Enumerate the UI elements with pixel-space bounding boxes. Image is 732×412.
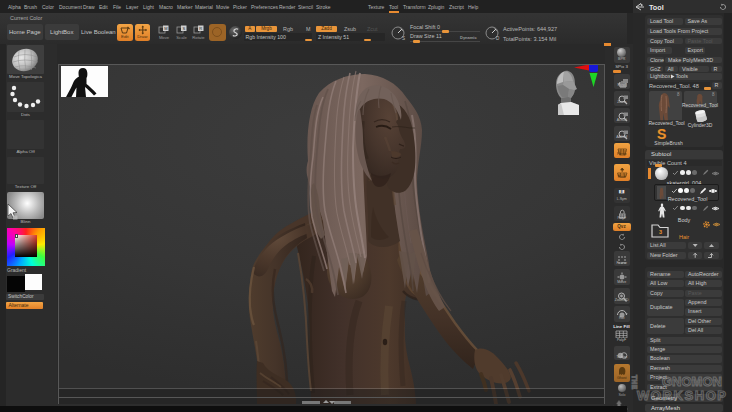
svg-text:R: R xyxy=(199,26,202,31)
svg-text:S: S xyxy=(182,26,185,31)
svg-text:D: D xyxy=(496,36,500,41)
svg-text:GNOMON: GNOMON xyxy=(662,374,722,389)
svg-text:S: S xyxy=(402,36,405,41)
svg-text:M: M xyxy=(164,26,167,31)
svg-text:WORKSHOP: WORKSHOP xyxy=(637,388,726,403)
